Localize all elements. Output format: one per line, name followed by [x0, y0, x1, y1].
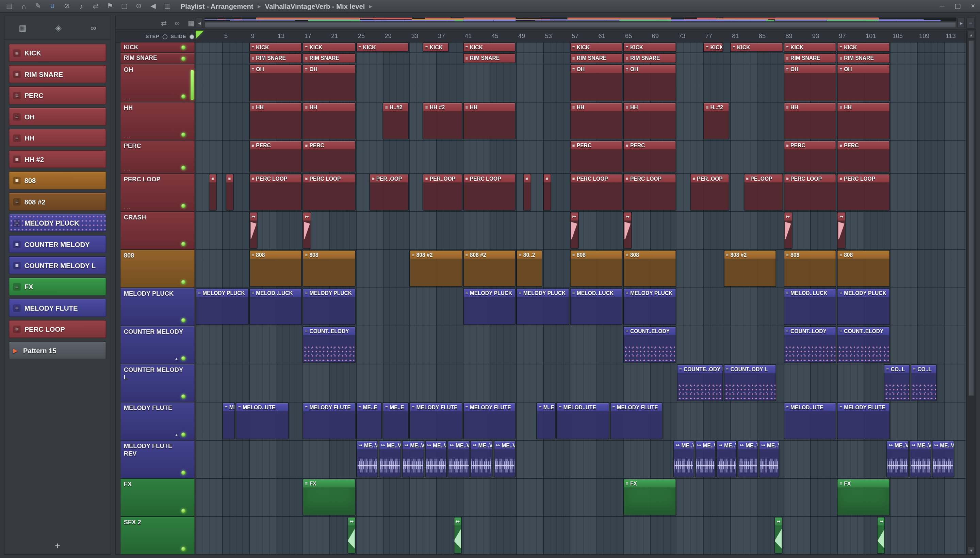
- minimize-button[interactable]: ─: [939, 2, 944, 10]
- vertical-scroll-thumb[interactable]: [968, 40, 974, 396]
- clip-hh[interactable]: ≡HH: [302, 102, 355, 139]
- clip-co-l[interactable]: ≡CO..L: [884, 364, 910, 401]
- clip-me-v[interactable]: ↦ME..V: [470, 441, 492, 478]
- pattern-item-fx[interactable]: ≡FX: [9, 277, 107, 296]
- link-icon[interactable]: ∞: [175, 20, 180, 27]
- horizontal-scrollbar[interactable]: ◀ ▶: [196, 17, 965, 29]
- headphones-icon[interactable]: ∩: [20, 2, 28, 10]
- clip-hh[interactable]: ≡HH: [784, 102, 836, 139]
- clip-kick[interactable]: ≡KICK: [463, 43, 515, 52]
- clip-fx[interactable]: ≡FX: [302, 479, 355, 515]
- pattern-item-808-2[interactable]: ≡808 #2: [9, 192, 107, 211]
- clip-perc[interactable]: ≡PERC: [570, 141, 622, 172]
- clip-count-elody[interactable]: ≡COUNT..ELODY: [837, 326, 890, 363]
- clip-me-v[interactable]: ↦ME..V: [673, 441, 694, 478]
- pattern-item-rim-snare[interactable]: ≡RIM SNARE: [9, 65, 107, 83]
- clip-me-v[interactable]: ↦ME..V: [425, 441, 447, 478]
- clip-kick[interactable]: ≡KICK: [730, 43, 783, 52]
- clip-me-v[interactable]: ↦ME..V: [886, 441, 909, 478]
- clip-hh-2[interactable]: ≡HH #2: [423, 102, 462, 139]
- playback-tool-icon[interactable]: ◀: [149, 2, 158, 10]
- clip-kick[interactable]: ≡KICK: [249, 43, 302, 52]
- clip-808[interactable]: ≡808: [302, 250, 355, 287]
- track-header-melody-flute-rev[interactable]: MELODY FLUTE REV: [120, 441, 194, 479]
- scroll-up-button[interactable]: ▲: [967, 31, 975, 39]
- maximize-button[interactable]: ▢: [954, 2, 961, 10]
- track-mute-led[interactable]: [181, 280, 186, 284]
- clip-melod-ute[interactable]: ≡MELOD..UTE: [784, 402, 836, 439]
- clip-perc[interactable]: ≡PERC: [837, 141, 890, 172]
- clip-rim-snare[interactable]: ≡RIM SNARE: [463, 53, 515, 63]
- clip-rim-snare[interactable]: ≡RIM SNARE: [837, 53, 890, 63]
- track-mute-led[interactable]: [181, 318, 186, 323]
- track-resize-grip[interactable]: ···: [124, 96, 131, 102]
- clip-oh[interactable]: ≡OH: [249, 64, 302, 101]
- clip-crash[interactable]: ↦: [570, 212, 578, 249]
- track-mute-led[interactable]: [181, 242, 186, 246]
- clip-me-v[interactable]: ↦ME..V: [379, 441, 401, 478]
- track-header-melody-pluck[interactable]: MELODY PLUCK: [120, 288, 194, 326]
- lane-crash[interactable]: ↦↦↦↦↦↦: [196, 212, 966, 250]
- vertical-scrollbar[interactable]: ▲ ▼: [966, 31, 976, 554]
- clip-me-v[interactable]: ↦ME..V: [759, 441, 780, 478]
- clip-kick[interactable]: ≡KICK: [570, 43, 622, 52]
- pattern-item-kick[interactable]: ≡KICK: [9, 44, 107, 62]
- clip-crash[interactable]: ↦: [837, 212, 846, 249]
- clip-melod-ute[interactable]: ≡MELOD..UTE: [556, 402, 609, 439]
- add-pattern-button[interactable]: +: [5, 540, 111, 550]
- clip-m-e[interactable]: ≡M..E: [536, 402, 556, 439]
- collapse-arrow-icon[interactable]: ▴: [175, 356, 177, 361]
- clip-808-2[interactable]: ≡808 #2: [724, 250, 776, 287]
- marker-icon[interactable]: ⚑: [105, 2, 114, 10]
- clip-hh[interactable]: ≡HH: [463, 102, 515, 139]
- clip-melody-pluck[interactable]: ≡MELODY PLUCK: [837, 288, 890, 325]
- clip-me-v[interactable]: ↦ME..V: [448, 441, 469, 478]
- clip-melody-flute[interactable]: ≡MELODY FLUTE: [463, 402, 515, 439]
- clip-melody-flute[interactable]: ≡MELODY FLUTE: [837, 402, 890, 439]
- clip-pe-oop[interactable]: ≡PE..OOP: [744, 174, 783, 211]
- pan-tool-icon[interactable]: ⇄: [91, 2, 100, 10]
- slide-toggle[interactable]: [190, 34, 195, 39]
- scroll-down-button[interactable]: ▼: [967, 546, 975, 554]
- track-mute-led[interactable]: [181, 432, 186, 437]
- lane-perc-loop[interactable]: ≡≡≡PERC LOOP≡PERC LOOP≡PER..OOP≡PER..OOP…: [196, 174, 966, 212]
- clip-melody-pluck[interactable]: ≡MELODY PLUCK: [516, 288, 569, 325]
- clip-808-2[interactable]: ≡808 #2: [409, 250, 462, 287]
- slash-tool-icon[interactable]: ⊘: [62, 2, 71, 10]
- clip-rim-snare[interactable]: ≡RIM SNARE: [624, 53, 676, 63]
- clip-kick[interactable]: ≡KICK: [624, 43, 676, 52]
- select-tool-icon[interactable]: ▢: [120, 2, 129, 10]
- clip-perc-loop[interactable]: ≡PERC LOOP: [570, 174, 622, 211]
- playlist-minimap[interactable]: [205, 17, 957, 21]
- clip-melody-pluck[interactable]: ≡MELODY PLUCK: [196, 288, 248, 325]
- pattern-item-counter-melody[interactable]: ≡COUNTER MELODY: [9, 235, 107, 253]
- clip-80-2[interactable]: ≡80..2: [516, 250, 542, 287]
- clip-me-e[interactable]: ≡ME..E: [356, 402, 382, 439]
- track-header-crash[interactable]: CRASH: [120, 212, 194, 250]
- track-header-sfx-2[interactable]: SFX 2: [120, 517, 194, 555]
- track-header-oh[interactable]: OH···: [120, 64, 194, 102]
- lane-fx[interactable]: ≡FX≡FX≡FX: [196, 479, 966, 517]
- clip-melody-flute[interactable]: ≡MELODY FLUTE: [409, 402, 462, 439]
- track-mute-led[interactable]: [181, 471, 186, 475]
- track-resize-grip[interactable]: ···: [124, 205, 131, 211]
- track-header-kick[interactable]: KICK: [120, 43, 194, 53]
- clip-me-v[interactable]: ↦ME..V: [356, 441, 378, 478]
- mute-tool-icon[interactable]: ♪: [77, 2, 86, 10]
- clip-rim-snare[interactable]: ≡RIM SNARE: [302, 53, 355, 63]
- lane-rim-snare[interactable]: ≡RIM SNARE≡RIM SNARE≡RIM SNARE≡RIM SNARE…: [196, 53, 966, 64]
- links-tab-icon[interactable]: ∞: [90, 23, 96, 33]
- clip-808[interactable]: ≡808: [249, 250, 302, 287]
- clip-rim-snare[interactable]: ≡RIM SNARE: [570, 53, 622, 63]
- clip-count-elody[interactable]: ≡COUNT..ELODY: [624, 326, 676, 363]
- clip-count-lody[interactable]: ≡COUNT..LODY: [784, 326, 836, 363]
- clip-808[interactable]: ≡808: [784, 250, 836, 287]
- clip-count-elody[interactable]: ≡COUNT..ELODY: [302, 326, 355, 363]
- clip-rim-snare[interactable]: ≡RIM SNARE: [249, 53, 302, 63]
- step-toggle[interactable]: [163, 34, 167, 39]
- clip-oh[interactable]: ≡OH: [302, 64, 355, 101]
- clip-kick[interactable]: ≡KICK: [302, 43, 355, 52]
- clip-perc[interactable]: ≡PERC: [624, 141, 676, 172]
- pattern-item-perc-loop[interactable]: ≡PERC LOOP: [9, 320, 107, 338]
- track-mute-led[interactable]: [181, 509, 186, 513]
